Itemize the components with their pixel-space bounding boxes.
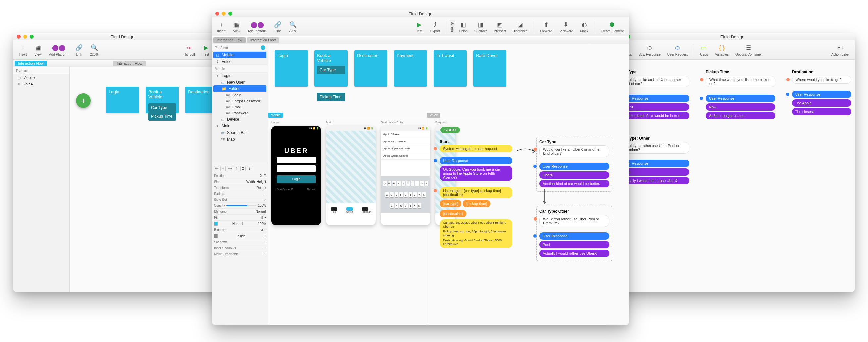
search-result[interactable]: Apple Grand Central: [381, 152, 430, 160]
key-j[interactable]: J: [413, 192, 417, 197]
sidebar-item-mobile[interactable]: ▢Mobile: [13, 74, 69, 81]
canvas-right[interactable]: Car Type Would you like an UberX or anot…: [610, 60, 855, 292]
sys-bubble[interactable]: What time would you like to be picked up…: [706, 76, 775, 87]
insp-blending[interactable]: BlendingNormal: [214, 209, 266, 215]
key-g[interactable]: G: [404, 192, 407, 197]
insp-transform[interactable]: TransformRotate: [214, 185, 266, 191]
key-z[interactable]: Z: [390, 203, 394, 208]
minimize-icon[interactable]: [23, 35, 27, 39]
key-d[interactable]: D: [395, 192, 398, 197]
sys-bubble[interactable]: Would you rather use Uber Pool or Premiu…: [620, 142, 689, 154]
link-button[interactable]: 🔗Link: [271, 20, 285, 34]
sidebar-item-voice[interactable]: 🎙Voice: [13, 81, 69, 87]
key-r[interactable]: R: [397, 180, 401, 186]
add-platform-icon[interactable]: +: [260, 46, 265, 50]
link-button[interactable]: 🔗Link: [72, 43, 86, 57]
insp-position[interactable]: PositionX Y: [214, 173, 266, 179]
card-destination[interactable]: Destination: [354, 50, 387, 87]
sys-bubble[interactable]: Would you like an UberX or another kind …: [539, 145, 610, 158]
align-top-icon[interactable]: ⤒: [234, 166, 239, 171]
sidebar-item-aa-email[interactable]: AaEmail: [212, 104, 268, 110]
align-middle-icon[interactable]: ≣: [240, 166, 246, 171]
cap-pool[interactable]: Pool: [539, 241, 610, 248]
subtract-button[interactable]: ◨Subtract: [472, 20, 489, 34]
key-s[interactable]: S: [390, 192, 394, 197]
key-x[interactable]: X: [395, 203, 398, 208]
login-button[interactable]: Login: [277, 175, 316, 183]
cap-rather-uberx[interactable]: Actually I would rather use UberX: [620, 177, 689, 184]
sidebar-item-aa-forgot[interactable]: AaForgot Password?: [212, 98, 268, 104]
key-w[interactable]: W: [388, 180, 391, 186]
user-response-bubble[interactable]: User Response: [620, 160, 689, 167]
user-response-bubble[interactable]: User Response: [539, 163, 610, 170]
card-login[interactable]: Login: [275, 50, 308, 87]
add-platform-button[interactable]: ⬤⬤Add Platform: [46, 43, 71, 57]
sidebar-item-map[interactable]: 🗺Map: [212, 136, 268, 142]
align-left-icon[interactable]: ⟸: [214, 166, 219, 171]
subcard-car-type[interactable]: Car Type: [148, 104, 176, 112]
map-view[interactable]: [326, 131, 376, 203]
create-element-button[interactable]: ⬢Create Element: [598, 20, 626, 34]
align-center-icon[interactable]: ≡: [220, 166, 226, 171]
cap-now[interactable]: Now: [706, 104, 775, 111]
key-c[interactable]: C: [399, 203, 403, 208]
user-response-bubble[interactable]: User Response: [620, 95, 689, 102]
mask-button[interactable]: ◐Mask: [577, 20, 591, 34]
key-p[interactable]: P: [425, 180, 428, 186]
insert-button[interactable]: ＋Insert: [16, 43, 30, 57]
forgot-link[interactable]: Forgot Password?: [277, 188, 293, 190]
new-user-link[interactable]: New User: [307, 188, 316, 190]
sys-bubble[interactable]: Would you rather use Uber Pool or Premiu…: [539, 215, 610, 227]
vehicle-selector[interactable]: Pool UberX Premium: [326, 203, 376, 217]
key-y[interactable]: Y: [406, 180, 410, 186]
cap-another-car[interactable]: Another kind of car would be better.: [620, 112, 689, 119]
user-response-bubble[interactable]: User Response: [539, 232, 610, 239]
tab-secondary[interactable]: Interaction Flow: [113, 61, 146, 66]
export-button[interactable]: ⤴Export: [428, 20, 443, 34]
user-response-bubble[interactable]: User Response: [792, 91, 851, 98]
sys-response-button[interactable]: ⬭Sys. Response: [636, 43, 663, 57]
key-a[interactable]: A: [385, 192, 389, 197]
sys-bubble[interactable]: Would you like an UberX or another kind …: [620, 76, 689, 87]
subcard-pickup-time[interactable]: Pickup Time: [148, 112, 176, 121]
difference-button[interactable]: ◪Difference: [510, 20, 530, 34]
align-bottom-icon[interactable]: ⤓: [247, 166, 252, 171]
key-f[interactable]: F: [399, 192, 403, 197]
email-input[interactable]: [277, 157, 316, 163]
var-pickup-time[interactable]: {pickup time}: [463, 200, 490, 207]
test-button[interactable]: ▶Test: [412, 20, 426, 34]
var-destination[interactable]: {destination}: [440, 210, 466, 218]
sys-status-bubble[interactable]: System waiting for a user request: [440, 145, 513, 152]
key-n[interactable]: N: [413, 203, 417, 208]
key-e[interactable]: E: [392, 180, 396, 186]
key-o[interactable]: O: [420, 180, 424, 186]
key-v[interactable]: V: [404, 203, 407, 208]
tab-interaction-flow[interactable]: Interaction Flow: [14, 61, 47, 66]
search-result[interactable]: Apple 5th Ave: [381, 131, 430, 138]
key-b[interactable]: B: [408, 203, 412, 208]
variables-button[interactable]: { }Variables: [712, 43, 731, 57]
zoom-button[interactable]: 🔍220%: [286, 20, 300, 34]
key-i[interactable]: I: [415, 180, 419, 186]
zoom-button[interactable]: 🔍220%: [87, 43, 101, 57]
minimize-icon[interactable]: [222, 11, 226, 16]
caps-button[interactable]: ▭Caps: [697, 43, 711, 57]
zoom-icon[interactable]: [30, 35, 34, 39]
backward-button[interactable]: ⬇Backward: [556, 20, 576, 34]
options-container-button[interactable]: ☰Options Container: [733, 43, 765, 57]
sidebar-item-search-bar[interactable]: ▭Search Bar: [212, 129, 268, 136]
insp-shadows[interactable]: Shadows+: [214, 239, 266, 245]
cap-the-closest[interactable]: The closest: [792, 108, 851, 115]
insert-button[interactable]: ＋Insert: [215, 20, 228, 34]
align-right-icon[interactable]: ⟹: [227, 166, 232, 171]
sidebar-item-voice[interactable]: 🎙Voice: [212, 58, 268, 65]
insp-borders-row[interactable]: Inside1: [214, 233, 266, 239]
mock-destination[interactable]: ▮▮ 📶 🔋 Apple 5th Ave Apple Fifth Avenue …: [381, 126, 430, 225]
key-t[interactable]: T: [402, 180, 405, 186]
key-q[interactable]: Q: [383, 180, 387, 186]
var-car-type[interactable]: {car type}: [440, 200, 462, 207]
sidebar-item-new-user[interactable]: ▭New User: [212, 79, 268, 86]
handoff-button[interactable]: ∞Handoff: [181, 43, 198, 57]
insp-inner-shadows[interactable]: Inner Shadows+: [214, 245, 266, 251]
sys-listening-bubble[interactable]: Listening for {car type} {pickup time} {…: [440, 187, 513, 198]
